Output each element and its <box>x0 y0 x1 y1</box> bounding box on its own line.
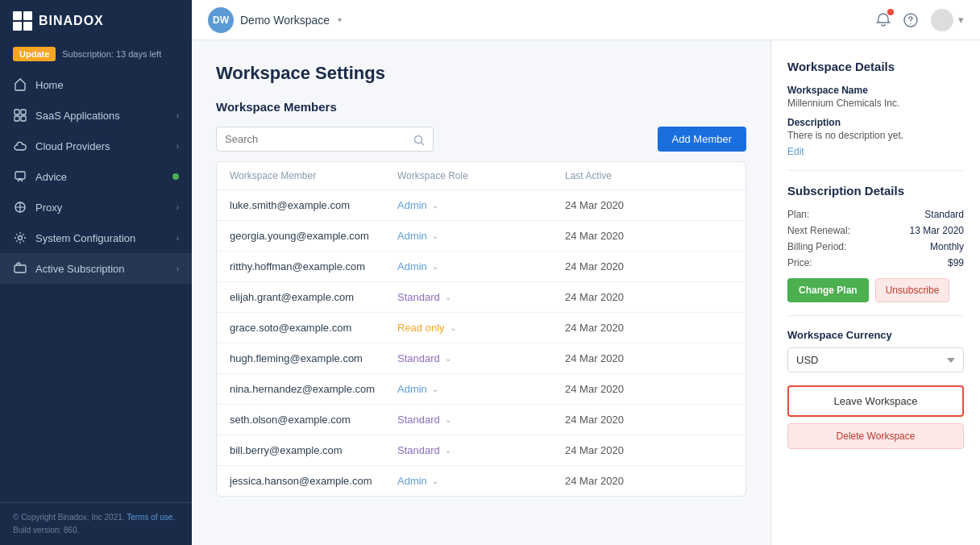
notification-badge <box>887 9 894 15</box>
svg-rect-1 <box>21 110 26 114</box>
table-row: elijah.grant@example.com Standard ⌄ 24 M… <box>217 282 745 313</box>
role-value: Admin <box>397 475 427 487</box>
price-label: Price: <box>787 257 812 268</box>
last-active: 24 Mar 2020 <box>565 475 733 487</box>
home-icon <box>13 77 27 92</box>
billing-value: Monthly <box>930 241 964 252</box>
plan-label: Plan: <box>787 209 809 220</box>
sidebar-item-proxy-label: Proxy <box>35 202 168 214</box>
member-email: hugh.fleming@example.com <box>230 352 397 364</box>
edit-link[interactable]: Edit <box>787 146 964 157</box>
update-badge[interactable]: Update <box>13 47 56 61</box>
plan-value: Standard <box>924 209 964 220</box>
table-header: Workspace Member Workspace Role Last Act… <box>217 162 745 190</box>
add-member-button[interactable]: Add Member <box>658 127 746 152</box>
member-email: luke.smith@example.com <box>230 199 397 211</box>
last-active: 24 Mar 2020 <box>565 230 733 242</box>
member-email: elijah.grant@example.com <box>230 291 397 303</box>
last-active: 24 Mar 2020 <box>565 199 733 211</box>
table-row: seth.olson@example.com Standard ⌄ 24 Mar… <box>217 405 745 435</box>
change-plan-button[interactable]: Change Plan <box>787 278 869 302</box>
description-value: There is no description yet. <box>787 130 964 141</box>
currency-select[interactable]: USD EUR GBP <box>787 347 964 372</box>
member-email: seth.olson@example.com <box>230 414 397 426</box>
logo-icon <box>13 11 32 31</box>
sidebar-item-active-sub[interactable]: Active Subscription › <box>0 253 192 284</box>
last-active: 24 Mar 2020 <box>565 383 733 395</box>
workspace-name-value: Millennium Chemicals Inc. <box>787 98 964 109</box>
role-dropdown-icon[interactable]: ⌄ <box>445 293 451 302</box>
role-value: Admin <box>397 199 427 211</box>
svg-point-6 <box>19 236 23 240</box>
unsubscribe-button[interactable]: Unsubscribe <box>875 278 950 302</box>
search-input[interactable] <box>225 133 409 145</box>
role-dropdown-icon[interactable]: ⌄ <box>445 446 451 455</box>
price-value: $99 <box>948 257 964 268</box>
notification-icon[interactable] <box>876 12 891 27</box>
last-active: 24 Mar 2020 <box>565 444 733 456</box>
table-body: luke.smith@example.com Admin ⌄ 24 Mar 20… <box>217 190 745 496</box>
role-dropdown-icon[interactable]: ⌄ <box>432 201 438 210</box>
role-dropdown-icon[interactable]: ⌄ <box>445 354 451 363</box>
last-active: 24 Mar 2020 <box>565 322 733 334</box>
sidebar-item-saas-label: SaaS Applications <box>35 110 168 122</box>
role-dropdown-icon[interactable]: ⌄ <box>432 231 438 240</box>
sidebar-item-home[interactable]: Home <box>0 69 192 100</box>
table-row: jessica.hanson@example.com Admin ⌄ 24 Ma… <box>217 466 745 496</box>
svg-rect-3 <box>21 116 26 121</box>
renewal-row: Next Renewal: 13 Mar 2020 <box>787 225 964 236</box>
role-dropdown-icon[interactable]: ⌄ <box>450 323 456 332</box>
sidebar-item-advice[interactable]: Advice <box>0 161 192 192</box>
workspace-selector[interactable]: DW Demo Workspace ▾ <box>208 7 342 33</box>
role-cell: Admin ⌄ <box>397 230 565 242</box>
content-area: Workspace Settings Workspace Members Add… <box>192 40 980 545</box>
cloud-chevron-icon: › <box>176 142 179 151</box>
plan-row: Plan: Standard <box>787 209 964 220</box>
footer-terms-link[interactable]: Terms of use. <box>127 513 175 522</box>
role-dropdown-icon[interactable]: ⌄ <box>432 476 438 485</box>
subscription-details-title: Subscription Details <box>787 184 964 198</box>
billing-row: Billing Period: Monthly <box>787 241 964 252</box>
member-email: ritthy.hoffman@example.com <box>230 260 397 272</box>
sidebar-nav: Home SaaS Applications › Cloud Providers… <box>0 69 192 502</box>
table-row: hugh.fleming@example.com Standard ⌄ 24 M… <box>217 343 745 374</box>
role-dropdown-icon[interactable]: ⌄ <box>432 385 438 393</box>
user-menu[interactable]: ▾ <box>931 9 964 31</box>
leave-workspace-button[interactable]: Leave Workspace <box>787 385 964 417</box>
config-chevron-icon: › <box>176 234 179 243</box>
role-dropdown-icon[interactable]: ⌄ <box>445 415 451 424</box>
role-cell: Admin ⌄ <box>397 260 565 272</box>
help-icon[interactable] <box>903 12 918 27</box>
sidebar-item-cloud[interactable]: Cloud Providers › <box>0 131 192 161</box>
table-row: bill.berry@example.com Standard ⌄ 24 Mar… <box>217 435 745 466</box>
role-cell: Standard ⌄ <box>397 414 565 426</box>
description-label: Description <box>787 117 964 128</box>
table-row: luke.smith@example.com Admin ⌄ 24 Mar 20… <box>217 190 745 221</box>
topbar: DW Demo Workspace ▾ ▾ <box>192 0 980 40</box>
svg-rect-7 <box>15 265 26 272</box>
svg-point-9 <box>910 23 911 24</box>
role-value: Admin <box>397 260 427 272</box>
role-cell: Standard ⌄ <box>397 352 565 364</box>
sidebar-item-proxy[interactable]: Proxy › <box>0 192 192 223</box>
user-avatar <box>931 9 953 31</box>
plan-buttons: Change Plan Unsubscribe <box>787 278 964 302</box>
sidebar-item-active-sub-label: Active Subscription <box>35 263 168 275</box>
advice-icon <box>13 169 27 184</box>
workspace-currency-title: Workspace Currency <box>787 329 964 341</box>
table-row: grace.soto@example.com Read only ⌄ 24 Ma… <box>217 313 745 343</box>
role-cell: Standard ⌄ <box>397 291 565 303</box>
search-box[interactable] <box>216 127 434 151</box>
sidebar-item-config[interactable]: System Configuration › <box>0 223 192 253</box>
saas-chevron-icon: › <box>176 111 179 120</box>
delete-workspace-button[interactable]: Delete Workspace <box>787 423 964 449</box>
renewal-value: 13 Mar 2020 <box>910 225 964 236</box>
proxy-icon <box>13 200 27 214</box>
proxy-chevron-icon: › <box>176 203 179 212</box>
divider-2 <box>787 315 964 316</box>
sidebar-item-saas[interactable]: SaaS Applications › <box>0 100 192 131</box>
subscription-icon <box>13 261 27 276</box>
workspace-name-label: Workspace Name <box>787 85 964 96</box>
role-cell: Admin ⌄ <box>397 475 565 487</box>
role-dropdown-icon[interactable]: ⌄ <box>432 262 438 271</box>
